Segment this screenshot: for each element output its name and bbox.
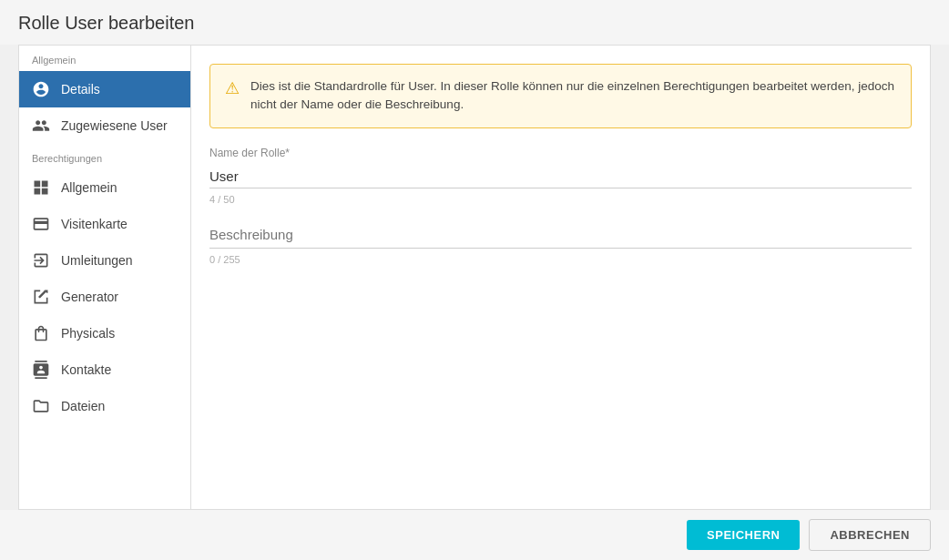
name-label: Name der Rolle* xyxy=(209,147,912,159)
sidebar-item-zugewiesene-user[interactable]: Zugewiesene User xyxy=(19,107,190,144)
desc-form-group: 0 / 255 xyxy=(209,223,912,265)
cancel-button[interactable]: ABBRECHEN xyxy=(809,519,931,551)
footer: SPEICHERN ABBRECHEN xyxy=(0,510,949,560)
sidebar-dateien-label: Dateien xyxy=(61,399,105,413)
kontakte-icon xyxy=(32,361,50,379)
sidebar-item-visitenkarte[interactable]: Visitenkarte xyxy=(19,206,190,242)
sidebar-kontakte-label: Kontakte xyxy=(61,362,111,377)
sidebar-item-allgemein[interactable]: Allgemein xyxy=(19,169,190,206)
sidebar-zugewiesene-label: Zugewiesene User xyxy=(61,118,168,133)
generator-icon xyxy=(32,288,50,306)
desc-textarea[interactable] xyxy=(209,223,912,249)
grid-icon xyxy=(32,178,50,197)
sidebar-item-generator[interactable]: Generator xyxy=(19,279,190,315)
sidebar-allgemein-label: Allgemein xyxy=(61,180,117,195)
sidebar: Allgemein Details Zugewiesene User Berec… xyxy=(18,45,191,510)
save-button[interactable]: SPEICHERN xyxy=(687,520,800,550)
card-icon xyxy=(32,215,50,233)
redirect-icon xyxy=(32,251,50,270)
sidebar-item-kontakte[interactable]: Kontakte xyxy=(19,351,190,388)
sidebar-item-umleitungen[interactable]: Umleitungen xyxy=(19,242,190,279)
sidebar-section-allgemein: Allgemein xyxy=(19,46,190,71)
dateien-icon xyxy=(32,397,50,415)
physicals-icon xyxy=(32,324,50,342)
sidebar-item-dateien[interactable]: Dateien xyxy=(19,388,190,424)
sidebar-generator-label: Generator xyxy=(61,290,118,304)
account-circle-icon xyxy=(32,80,50,98)
sidebar-section-berechtigungen: Berechtigungen xyxy=(19,144,190,169)
sidebar-physicals-label: Physicals xyxy=(61,326,115,341)
sidebar-item-details[interactable]: Details xyxy=(19,71,190,107)
page-title: Rolle User bearbeiten xyxy=(0,0,949,45)
warning-icon: ⚠ xyxy=(225,78,240,98)
people-icon xyxy=(32,117,50,135)
warning-box: ⚠ Dies ist die Standardrolle für User. I… xyxy=(209,64,912,128)
sidebar-visitenkarte-label: Visitenkarte xyxy=(61,217,128,231)
sidebar-item-physicals[interactable]: Physicals xyxy=(19,315,190,351)
main-area: Allgemein Details Zugewiesene User Berec… xyxy=(0,45,949,510)
name-form-group: Name der Rolle* 4 / 50 xyxy=(209,147,912,205)
desc-char-count: 0 / 255 xyxy=(209,254,912,265)
sidebar-details-label: Details xyxy=(61,82,100,97)
warning-text: Dies ist die Standardrolle für User. In … xyxy=(250,77,896,115)
content-area: ⚠ Dies ist die Standardrolle für User. I… xyxy=(191,45,931,510)
sidebar-umleitungen-label: Umleitungen xyxy=(61,253,133,268)
name-char-count: 4 / 50 xyxy=(209,194,912,205)
name-input[interactable] xyxy=(209,165,912,188)
